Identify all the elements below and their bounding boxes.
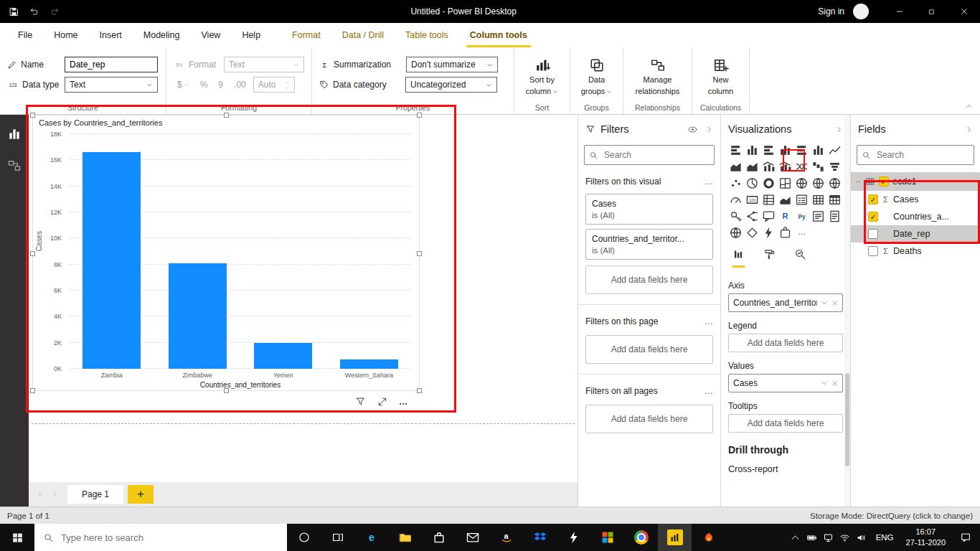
field-countries-a-[interactable]: ✓Countries_a... [851, 208, 980, 225]
bar-zimbabwe[interactable] [169, 263, 227, 369]
filter-card-countries-and-territor-[interactable]: Countries_and_territor...is (All) [585, 229, 713, 260]
microsoft-store-taskbar-icon[interactable] [422, 524, 456, 551]
viz-matrix-icon[interactable] [826, 192, 843, 208]
battery-tray-icon[interactable] [804, 532, 820, 543]
viz-paginated-report-icon[interactable] [826, 208, 843, 225]
previous-page-arrow[interactable] [34, 491, 46, 498]
selection-handle[interactable] [417, 113, 422, 118]
viz-100-stacked-column-chart-icon[interactable] [810, 142, 826, 159]
viz-subtab-analytics[interactable] [794, 248, 806, 268]
cortana-button[interactable] [287, 524, 321, 551]
sign-in-button[interactable]: Sign in [818, 6, 844, 17]
focus-mode-icon[interactable] [377, 397, 387, 407]
viz-slicer-icon[interactable] [793, 192, 810, 208]
viz-100-stacked-bar-chart-icon[interactable] [793, 142, 810, 159]
close-button[interactable] [948, 0, 980, 23]
data-category-select[interactable]: Uncategorized [405, 77, 497, 93]
office-taskbar-icon[interactable] [590, 524, 624, 551]
fields-search-input[interactable] [875, 149, 969, 161]
section-more-options-icon[interactable]: … [705, 386, 713, 396]
volume-tray-icon[interactable] [853, 532, 870, 543]
power-bi-taskbar-icon[interactable] [658, 524, 692, 551]
filters-add-field-well[interactable]: Add data fields here [585, 265, 713, 294]
selection-handle[interactable] [30, 388, 35, 393]
viz-arcgis-map-icon[interactable] [727, 225, 744, 241]
well-values-field[interactable]: Cases [728, 374, 843, 392]
viz-python-visual-icon[interactable]: Py [793, 208, 810, 225]
collapse-filters-icon[interactable] [705, 126, 713, 133]
viz-pie-chart-icon[interactable] [744, 175, 760, 192]
sort-by-column-button[interactable]: Sort by column [522, 56, 562, 98]
tab-format[interactable]: Format [281, 23, 331, 47]
bar-chart-visual[interactable]: Cases by Countries_and_territories Cases… [32, 115, 420, 391]
data-groups-button[interactable]: Data groups [578, 56, 616, 98]
viz-custom-visual-icon[interactable] [777, 225, 793, 241]
viz-r-script-visual-icon[interactable]: R [777, 208, 793, 225]
viz-decomposition-tree-icon[interactable] [744, 208, 760, 225]
viz-card-icon[interactable]: 123 [744, 192, 760, 208]
tab-column-tools[interactable]: Column tools [459, 23, 538, 47]
collapse-fields-icon[interactable] [965, 126, 973, 133]
viz-line-and-clustered-column-chart-icon[interactable] [777, 159, 793, 175]
field-checkbox[interactable]: ✓ [868, 194, 878, 204]
viz-power-apps-icon[interactable] [744, 225, 760, 241]
save-icon[interactable] [9, 6, 19, 17]
edge-taskbar-icon[interactable]: e [354, 524, 388, 551]
viz-scatter-chart-icon[interactable] [727, 175, 744, 192]
collapse-table-icon[interactable] [855, 179, 862, 185]
bar-zambia[interactable] [83, 152, 141, 369]
field-checkbox[interactable] [868, 229, 878, 239]
column-name-input[interactable] [65, 57, 158, 72]
wifi-tray-icon[interactable] [837, 532, 853, 543]
action-center-icon[interactable] [951, 532, 980, 543]
viz-kpi-icon[interactable] [777, 192, 793, 208]
flame-app-taskbar-icon[interactable] [692, 524, 725, 551]
file-explorer-taskbar-icon[interactable] [388, 524, 422, 551]
field-cases[interactable]: ✓ΣCases [851, 191, 980, 208]
viz-line-and-stacked-column-chart-icon[interactable] [760, 159, 777, 175]
viz-waterfall-chart-icon[interactable] [810, 159, 826, 175]
fields-search[interactable] [857, 145, 974, 165]
section-more-options-icon[interactable]: … [705, 176, 713, 187]
mail-taskbar-icon[interactable] [456, 524, 489, 551]
viz-qa-visual-icon[interactable] [760, 208, 777, 225]
well-legend-empty[interactable]: Add data fields here [728, 334, 843, 352]
viz-map-icon[interactable] [793, 175, 810, 192]
new-page-button[interactable]: + [128, 485, 154, 504]
filters-search[interactable] [584, 145, 715, 165]
tab-data-drill[interactable]: Data / Drill [331, 23, 395, 47]
section-more-options-icon[interactable]: … [705, 316, 713, 326]
filter-card-cases[interactable]: Casesis (All) [585, 194, 713, 225]
more-options-icon[interactable]: … [399, 397, 409, 407]
selection-handle[interactable] [417, 251, 422, 256]
taskbar-search[interactable] [34, 524, 287, 551]
visual-filter-icon[interactable] [355, 396, 366, 407]
viz-stacked-column-chart-icon[interactable] [744, 142, 760, 159]
viz-clustered-bar-chart-icon[interactable] [760, 142, 777, 159]
table-checkbox[interactable]: ✓ [879, 176, 889, 187]
viz-subtab-fields[interactable] [732, 248, 745, 268]
viz-clustered-column-chart-icon[interactable] [777, 142, 793, 159]
new-column-button[interactable]: New column [699, 56, 742, 98]
viz-power-automate-icon[interactable] [760, 225, 777, 241]
field-checkbox[interactable] [868, 246, 878, 256]
data-type-select[interactable]: Text [65, 77, 158, 93]
remove-field-icon[interactable] [831, 380, 838, 387]
filters-search-input[interactable] [603, 149, 710, 161]
viz-treemap-icon[interactable] [777, 175, 793, 192]
viz-smart-narrative-icon[interactable] [810, 208, 826, 225]
maximize-button[interactable] [915, 0, 948, 23]
filters-add-field-well[interactable]: Add data fields here [585, 405, 713, 433]
field-deaths[interactable]: ΣDeaths [851, 242, 980, 260]
selection-handle[interactable] [417, 388, 422, 393]
avatar[interactable] [853, 4, 869, 19]
power-automate-taskbar-icon[interactable] [557, 524, 590, 551]
table-ecdc1[interactable]: ✓ ecdc1 [851, 172, 980, 191]
chrome-taskbar-icon[interactable] [624, 524, 658, 551]
tab-help[interactable]: Help [231, 23, 271, 47]
manage-relationships-button[interactable]: Manage relationships [631, 56, 684, 98]
viz-stacked-area-chart-icon[interactable] [744, 159, 760, 175]
bar-western_sahara[interactable] [340, 359, 398, 369]
undo-icon[interactable] [29, 6, 39, 17]
tab-view[interactable]: View [191, 23, 232, 47]
